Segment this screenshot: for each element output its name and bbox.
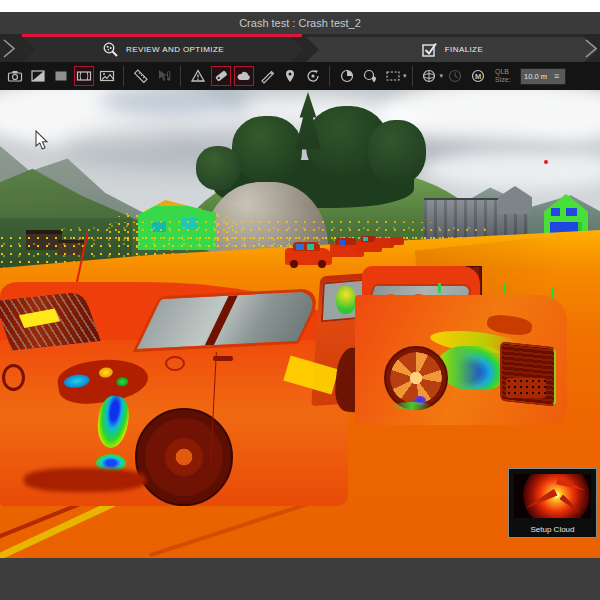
checkbox-icon <box>421 41 438 58</box>
point-cloud-magnifier-icon <box>102 41 119 58</box>
panorama-view-button[interactable] <box>74 66 94 86</box>
solid-color-view-button[interactable] <box>51 66 71 86</box>
tab-review-label: REVIEW AND OPTIMIZE <box>126 45 224 54</box>
project-title-bar: Crash test : Crash test_2 <box>0 12 600 34</box>
cloud-annotation-button[interactable] <box>234 66 254 86</box>
previous-step-chevron-icon[interactable] <box>3 39 16 58</box>
workflow-bar: REVIEW AND OPTIMIZE FINALIZE <box>0 34 600 62</box>
next-step-chevron-icon[interactable] <box>585 39 598 58</box>
survey-tick <box>503 283 506 294</box>
toolbar-separator <box>180 66 181 86</box>
opel-badge <box>2 364 25 391</box>
svg-text:M: M <box>474 72 480 81</box>
tag-annotation-button[interactable] <box>211 66 231 86</box>
distant-car-window <box>363 237 368 241</box>
rectangle-selection-dropdown-caret[interactable]: ▾ <box>403 72 407 80</box>
measure-pen-button[interactable] <box>257 66 277 86</box>
toolbar-separator <box>123 66 124 86</box>
application-window: Crash test : Crash test_2 REVIEW AND OPT… <box>0 0 600 600</box>
sphere-pin-button[interactable] <box>360 66 380 86</box>
image-view-button[interactable] <box>97 66 117 86</box>
heat-green-spot <box>116 377 129 388</box>
left-car-side-windows <box>132 288 325 352</box>
distant-car-window <box>296 244 304 250</box>
project-title: Crash test : Crash test_2 <box>239 17 361 29</box>
tab-review-and-optimize[interactable]: REVIEW AND OPTIMIZE <box>22 37 304 62</box>
heat-yellow-spot <box>98 367 113 379</box>
setup-cloud-thumbnail[interactable] <box>514 474 591 518</box>
heat-green-arc <box>392 402 432 410</box>
left-car-door-handle <box>213 356 233 361</box>
sphere-clock-button[interactable] <box>445 66 465 86</box>
tab-finalize[interactable]: FINALIZE <box>306 37 598 62</box>
qlb-size-stepper[interactable]: ≡ <box>554 72 559 81</box>
gabled-building <box>498 186 532 214</box>
warning-marker-button[interactable] <box>188 66 208 86</box>
toolbar: ▾ ▾ M QLB Size: ≡ <box>0 62 600 90</box>
view-globe-button[interactable] <box>419 66 439 86</box>
heat-cyan-spot <box>63 373 91 389</box>
b-pillar <box>205 295 238 345</box>
qlb-size-field: ≡ <box>520 68 566 85</box>
house-window <box>551 208 560 216</box>
tree <box>196 146 240 190</box>
top-strip <box>0 0 600 12</box>
distant-car-wheel <box>290 260 298 268</box>
survey-tick <box>438 283 441 293</box>
tree <box>232 116 302 182</box>
red-marker-speck <box>544 160 548 164</box>
sphere-pie-button[interactable] <box>337 66 357 86</box>
right-car-bumper-grid <box>506 378 546 398</box>
fuel-cap <box>165 356 185 371</box>
setup-cloud-label: Setup Cloud <box>509 525 596 534</box>
distant-car-window <box>339 240 345 245</box>
rectangle-selection-button[interactable] <box>383 66 403 86</box>
camera-view-button[interactable] <box>5 66 25 86</box>
crash-dummy <box>336 286 356 314</box>
workflow-progress-line <box>22 34 302 37</box>
cursor-temperature-button[interactable] <box>154 66 174 86</box>
tree <box>368 120 426 184</box>
point-cloud-viewport[interactable]: Setup Cloud <box>0 90 600 558</box>
survey-tick <box>551 288 554 299</box>
left-car-bumper-shadow <box>24 468 146 492</box>
user-rotate-button[interactable] <box>303 66 323 86</box>
distant-car <box>285 248 332 265</box>
tab-finalize-label: FINALIZE <box>445 45 483 54</box>
setup-cloud-panel[interactable]: Setup Cloud <box>508 468 597 538</box>
left-car-rear-wheel <box>135 408 233 506</box>
split-view-button[interactable] <box>28 66 48 86</box>
sphere-m-button[interactable]: M <box>468 66 488 86</box>
distant-car-window <box>307 244 314 250</box>
qlb-size-label: QLB Size: <box>495 68 517 84</box>
toolbar-separator <box>329 66 330 86</box>
distant-car-wheel <box>318 260 326 268</box>
toolbar-separator <box>412 66 413 86</box>
measure-ruler-button[interactable] <box>131 66 151 86</box>
location-pin-button[interactable] <box>280 66 300 86</box>
bottom-panel <box>0 558 600 600</box>
house-window <box>566 208 577 216</box>
mouse-cursor <box>34 130 49 151</box>
view-globe-dropdown-caret[interactable]: ▾ <box>440 72 444 80</box>
qlb-size-input[interactable] <box>521 72 554 81</box>
right-car-headlight-heat <box>438 346 504 390</box>
distant-car <box>390 237 404 245</box>
cloud <box>420 150 600 190</box>
